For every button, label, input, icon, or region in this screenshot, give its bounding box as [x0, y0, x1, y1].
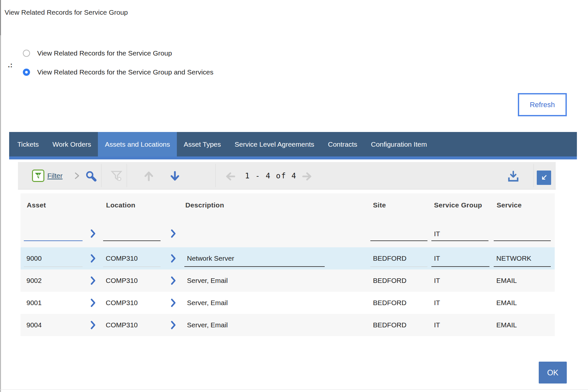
location-cell[interactable]: COMP310: [103, 272, 161, 289]
dialog-bottom-border: [0, 389, 588, 390]
chevron-right-icon[interactable]: [89, 229, 97, 238]
chevron-right-icon[interactable]: [89, 276, 97, 286]
location-filter-input[interactable]: [103, 227, 161, 241]
asset-cell[interactable]: 9002: [24, 272, 83, 289]
chevron-right-icon[interactable]: [89, 320, 97, 330]
location-cell[interactable]: COMP310: [103, 317, 161, 334]
dialog-title: View Related Records for Service Group: [5, 8, 128, 16]
toolbar-separator: [101, 164, 101, 187]
asset-cell[interactable]: 9001: [24, 294, 83, 311]
toolbar-separator: [534, 164, 534, 187]
search-icon[interactable]: [85, 170, 97, 182]
column-header-location: Location: [106, 201, 135, 209]
service-group-cell[interactable]: IT: [431, 250, 489, 267]
table-toolbar: Filter 1 - 4 of 4: [18, 162, 556, 189]
description-cell[interactable]: Server, Email: [184, 317, 325, 334]
refresh-button[interactable]: Refresh: [518, 93, 567, 116]
arrow-down-left-icon: [540, 173, 548, 182]
chevron-right-icon[interactable]: [169, 253, 178, 263]
site-cell[interactable]: BEDFORD: [370, 317, 427, 334]
service-cell[interactable]: EMAIL: [494, 272, 551, 289]
minimize-table-button[interactable]: [537, 171, 551, 185]
ok-button[interactable]: OK: [539, 362, 567, 384]
table-row[interactable]: 9002 COMP310 Server, Email BEDFORD IT EM…: [21, 270, 555, 292]
expand-chevron-icon[interactable]: [73, 172, 81, 180]
table-row[interactable]: 9001 COMP310 Server, Email BEDFORD IT EM…: [21, 292, 555, 314]
service-group-cell[interactable]: IT: [431, 317, 489, 334]
service-group-cell[interactable]: IT: [431, 272, 489, 289]
focus-artifact-marker: .:: [8, 61, 13, 69]
next-page-arrow-icon: [301, 171, 313, 182]
chevron-right-icon[interactable]: [169, 298, 178, 308]
tab-work-orders[interactable]: Work Orders: [46, 132, 98, 156]
radio-option-service-group[interactable]: View Related Records for the Service Gro…: [23, 49, 172, 57]
service-cell[interactable]: EMAIL: [494, 294, 551, 311]
table-row[interactable]: 9004 COMP310 Server, Email BEDFORD IT EM…: [21, 314, 555, 336]
service-filter-input[interactable]: [494, 227, 551, 241]
radio-checked-icon[interactable]: [23, 69, 30, 76]
tab-assets-and-locations[interactable]: Assets and Locations: [98, 132, 177, 156]
next-row-arrow-icon[interactable]: [169, 170, 181, 182]
previous-page-arrow-icon: [224, 171, 236, 182]
location-cell[interactable]: COMP310: [103, 294, 161, 311]
related-records-tabbar: Tickets Work Orders Assets and Locations…: [9, 132, 577, 156]
location-cell[interactable]: COMP310: [103, 250, 161, 267]
tabbar-accent-strip: [9, 156, 577, 159]
tab-asset-types[interactable]: Asset Types: [177, 132, 228, 156]
column-header-service: Service: [497, 201, 522, 209]
column-header-description: Description: [185, 201, 224, 209]
asset-cell[interactable]: 9000: [24, 250, 83, 267]
chevron-right-icon[interactable]: [89, 253, 97, 263]
radio-option-service-group-and-services[interactable]: View Related Records for the Service Gro…: [23, 68, 213, 76]
site-cell[interactable]: BEDFORD: [370, 250, 427, 267]
service-cell[interactable]: NETWORK: [494, 250, 551, 267]
description-cell[interactable]: Server, Email: [184, 294, 325, 311]
toolbar-separator: [127, 164, 127, 187]
radio-unchecked-icon[interactable]: [23, 50, 30, 57]
chevron-right-icon[interactable]: [169, 229, 178, 238]
chevron-right-icon[interactable]: [169, 276, 178, 286]
tab-tickets[interactable]: Tickets: [10, 132, 46, 156]
radio-option-label: View Related Records for the Service Gro…: [37, 49, 172, 57]
window-left-edge: [0, 0, 1, 392]
description-cell[interactable]: Network Server: [184, 250, 325, 267]
column-header-service-group: Service Group: [434, 201, 482, 209]
asset-filter-input[interactable]: [24, 227, 83, 241]
description-cell[interactable]: Server, Email: [184, 272, 325, 289]
pagination-range: 1 - 4 of 4: [243, 162, 299, 189]
asset-cell[interactable]: 9004: [24, 317, 83, 334]
view-related-records-dialog: View Related Records for Service Group .…: [0, 0, 588, 392]
tab-configuration-item[interactable]: Configuration Item: [364, 132, 434, 156]
column-header-site: Site: [373, 201, 386, 209]
site-cell[interactable]: BEDFORD: [370, 272, 427, 289]
column-header-asset: Asset: [27, 201, 46, 209]
download-icon[interactable]: [507, 170, 520, 183]
window-left-edge-thumb: [0, 0, 1, 35]
filter-funnel-icon[interactable]: [32, 170, 44, 182]
table-row[interactable]: 9000 COMP310 Network Server BEDFORD IT N…: [21, 247, 555, 270]
filter-link[interactable]: Filter: [47, 162, 63, 189]
table-header: Asset Location Description Site Service …: [21, 193, 555, 247]
chevron-right-icon[interactable]: [169, 320, 178, 330]
service-cell[interactable]: EMAIL: [494, 317, 551, 334]
service-group-cell[interactable]: IT: [431, 294, 489, 311]
toolbar-separator: [215, 164, 216, 187]
chevron-right-icon[interactable]: [89, 298, 97, 308]
tab-service-level-agreements[interactable]: Service Level Agreements: [228, 132, 321, 156]
previous-row-arrow-icon: [143, 170, 155, 182]
radio-option-label: View Related Records for the Service Gro…: [37, 68, 213, 76]
service-group-filter-input[interactable]: [431, 227, 488, 241]
clear-filter-icon: [110, 170, 123, 182]
tab-contracts[interactable]: Contracts: [321, 132, 364, 156]
site-filter-input[interactable]: [370, 227, 427, 241]
site-cell[interactable]: BEDFORD: [370, 294, 427, 311]
